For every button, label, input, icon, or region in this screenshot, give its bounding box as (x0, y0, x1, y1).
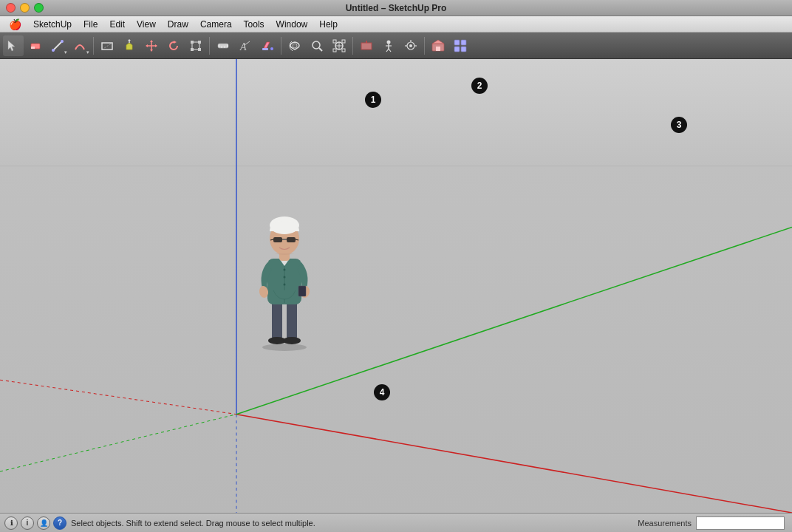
svg-rect-92 (298, 286, 306, 296)
svg-line-35 (319, 48, 322, 51)
svg-rect-87 (273, 237, 282, 242)
tool-paint[interactable] (257, 35, 278, 56)
menu-help[interactable]: Help (313, 18, 344, 31)
svg-rect-42 (342, 49, 345, 52)
svg-marker-10 (128, 39, 131, 41)
apple-menu[interactable]: 🍎 (3, 18, 27, 30)
svg-line-49 (389, 49, 391, 52)
maximize-button[interactable] (34, 3, 44, 13)
tool-zoom-extents[interactable] (329, 35, 349, 56)
separator-1 (93, 37, 94, 55)
tool-walkthrough[interactable] (378, 35, 399, 56)
tool-orbit[interactable] (284, 35, 305, 56)
svg-rect-40 (342, 40, 345, 43)
svg-line-48 (386, 49, 389, 52)
svg-rect-61 (461, 47, 466, 52)
separator-3 (281, 37, 281, 55)
svg-rect-31 (262, 48, 268, 50)
tool-select[interactable] (3, 35, 24, 56)
status-text: Select objects. Shift to extend select. … (71, 519, 638, 528)
menu-bar: 🍎 SketchUp File Edit View Draw Camera To… (0, 16, 792, 33)
svg-rect-2 (31, 47, 35, 49)
tool-3dwarehouse[interactable] (428, 35, 448, 56)
svg-marker-17 (174, 41, 177, 44)
svg-point-45 (387, 40, 391, 44)
menu-edit[interactable]: Edit (103, 18, 131, 31)
measurements-area: Measurements (638, 516, 785, 530)
instructor-icon[interactable]: ℹ (4, 516, 18, 530)
svg-marker-0 (8, 41, 15, 51)
close-button[interactable] (6, 3, 16, 13)
svg-point-34 (313, 41, 320, 49)
svg-marker-56 (432, 40, 444, 44)
menu-sketchup[interactable]: SketchUp (27, 18, 78, 31)
status-icons: ℹ i 👤 ? (4, 516, 66, 530)
svg-marker-8 (126, 43, 132, 50)
svg-point-4 (52, 49, 55, 52)
human-figure (251, 203, 318, 347)
svg-line-7 (102, 43, 112, 50)
svg-marker-15 (146, 44, 148, 47)
menu-draw[interactable]: Draw (162, 18, 194, 31)
title-bar: Untitled – SketchUp Pro (0, 0, 792, 16)
svg-rect-41 (333, 49, 336, 52)
credits-icon[interactable]: 👤 (37, 516, 50, 530)
svg-point-75 (283, 337, 301, 344)
separator-4 (352, 37, 353, 55)
svg-point-51 (409, 44, 412, 47)
tool-rectangle[interactable] (97, 35, 117, 56)
measurements-input[interactable] (696, 516, 785, 530)
minimize-button[interactable] (20, 3, 30, 13)
menu-tools[interactable]: Tools (238, 18, 270, 31)
svg-rect-62 (0, 59, 792, 166)
viewport[interactable]: 1 2 3 4 5 6 7 (0, 59, 792, 513)
svg-rect-43 (361, 43, 372, 50)
tool-pushpull[interactable] (119, 35, 140, 56)
help-icon[interactable]: ? (53, 516, 66, 530)
tool-text[interactable]: A (235, 35, 256, 56)
svg-point-32 (270, 47, 273, 50)
svg-rect-39 (333, 40, 336, 43)
tool-arc[interactable] (69, 35, 90, 56)
tool-lookaround[interactable] (400, 35, 421, 56)
menu-view[interactable]: View (131, 18, 162, 31)
separator-5 (424, 37, 425, 55)
toolbar: A (0, 33, 792, 59)
svg-rect-73 (287, 299, 297, 340)
svg-rect-19 (191, 41, 194, 44)
svg-point-71 (262, 344, 307, 351)
menu-window[interactable]: Window (270, 18, 314, 31)
svg-rect-22 (198, 48, 201, 51)
tool-eraser[interactable] (25, 35, 46, 56)
svg-rect-58 (454, 40, 460, 45)
svg-marker-14 (150, 50, 153, 52)
separator-2 (209, 37, 210, 55)
tool-tape[interactable] (213, 35, 233, 56)
svg-rect-72 (272, 299, 282, 340)
tool-line[interactable] (47, 35, 68, 56)
status-bar: ℹ i 👤 ? Select objects. Shift to extend … (0, 513, 792, 532)
svg-point-33 (293, 44, 297, 48)
svg-rect-20 (198, 41, 201, 44)
tool-move[interactable] (141, 35, 162, 56)
window-controls (6, 3, 44, 13)
menu-camera[interactable]: Camera (194, 18, 238, 31)
tool-section-plane[interactable] (356, 35, 377, 56)
measurements-label: Measurements (638, 519, 692, 528)
svg-marker-13 (150, 40, 153, 42)
svg-rect-57 (436, 47, 440, 51)
tool-components[interactable] (450, 35, 471, 56)
svg-rect-59 (461, 40, 466, 45)
svg-rect-88 (287, 237, 296, 242)
svg-point-79 (284, 276, 286, 279)
tool-scale[interactable] (185, 35, 206, 56)
svg-rect-21 (191, 48, 194, 51)
svg-point-78 (284, 269, 286, 271)
tool-zoom[interactable] (307, 35, 327, 56)
tool-rotate[interactable] (163, 35, 184, 56)
entity-info-icon[interactable]: i (21, 516, 34, 530)
menu-file[interactable]: File (78, 18, 103, 31)
svg-point-80 (284, 284, 286, 286)
canvas (0, 59, 792, 513)
svg-point-5 (61, 40, 64, 43)
